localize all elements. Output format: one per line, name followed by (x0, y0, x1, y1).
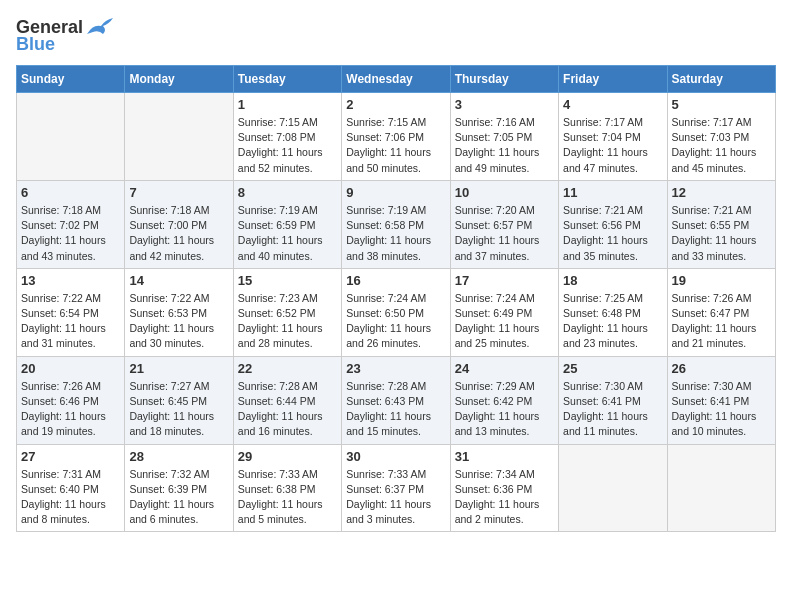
calendar-cell: 7Sunrise: 7:18 AMSunset: 7:00 PMDaylight… (125, 180, 233, 268)
calendar-cell: 24Sunrise: 7:29 AMSunset: 6:42 PMDayligh… (450, 356, 558, 444)
calendar-cell: 28Sunrise: 7:32 AMSunset: 6:39 PMDayligh… (125, 444, 233, 532)
logo-bird-icon (85, 16, 115, 38)
day-number: 23 (346, 361, 445, 376)
calendar-cell (667, 444, 775, 532)
day-info: Sunrise: 7:33 AMSunset: 6:37 PMDaylight:… (346, 467, 445, 528)
day-info: Sunrise: 7:30 AMSunset: 6:41 PMDaylight:… (563, 379, 662, 440)
day-number: 7 (129, 185, 228, 200)
calendar-week-row: 6Sunrise: 7:18 AMSunset: 7:02 PMDaylight… (17, 180, 776, 268)
calendar-cell: 20Sunrise: 7:26 AMSunset: 6:46 PMDayligh… (17, 356, 125, 444)
day-info: Sunrise: 7:19 AMSunset: 6:59 PMDaylight:… (238, 203, 337, 264)
day-number: 12 (672, 185, 771, 200)
calendar-cell: 27Sunrise: 7:31 AMSunset: 6:40 PMDayligh… (17, 444, 125, 532)
calendar-cell: 2Sunrise: 7:15 AMSunset: 7:06 PMDaylight… (342, 93, 450, 181)
column-header-tuesday: Tuesday (233, 66, 341, 93)
day-number: 9 (346, 185, 445, 200)
day-info: Sunrise: 7:19 AMSunset: 6:58 PMDaylight:… (346, 203, 445, 264)
logo: General Blue (16, 16, 115, 55)
day-number: 11 (563, 185, 662, 200)
day-number: 3 (455, 97, 554, 112)
column-header-wednesday: Wednesday (342, 66, 450, 93)
day-number: 14 (129, 273, 228, 288)
calendar-cell: 5Sunrise: 7:17 AMSunset: 7:03 PMDaylight… (667, 93, 775, 181)
calendar-cell: 14Sunrise: 7:22 AMSunset: 6:53 PMDayligh… (125, 268, 233, 356)
day-number: 4 (563, 97, 662, 112)
calendar-week-row: 1Sunrise: 7:15 AMSunset: 7:08 PMDaylight… (17, 93, 776, 181)
day-info: Sunrise: 7:34 AMSunset: 6:36 PMDaylight:… (455, 467, 554, 528)
calendar-week-row: 27Sunrise: 7:31 AMSunset: 6:40 PMDayligh… (17, 444, 776, 532)
calendar-cell: 4Sunrise: 7:17 AMSunset: 7:04 PMDaylight… (559, 93, 667, 181)
calendar-cell: 6Sunrise: 7:18 AMSunset: 7:02 PMDaylight… (17, 180, 125, 268)
calendar-cell (559, 444, 667, 532)
day-number: 26 (672, 361, 771, 376)
day-number: 1 (238, 97, 337, 112)
calendar-table: SundayMondayTuesdayWednesdayThursdayFrid… (16, 65, 776, 532)
day-number: 22 (238, 361, 337, 376)
day-info: Sunrise: 7:33 AMSunset: 6:38 PMDaylight:… (238, 467, 337, 528)
calendar-cell: 22Sunrise: 7:28 AMSunset: 6:44 PMDayligh… (233, 356, 341, 444)
day-number: 21 (129, 361, 228, 376)
logo-blue-text: Blue (16, 34, 55, 55)
calendar-cell: 29Sunrise: 7:33 AMSunset: 6:38 PMDayligh… (233, 444, 341, 532)
day-info: Sunrise: 7:21 AMSunset: 6:56 PMDaylight:… (563, 203, 662, 264)
day-info: Sunrise: 7:26 AMSunset: 6:47 PMDaylight:… (672, 291, 771, 352)
day-number: 16 (346, 273, 445, 288)
day-number: 19 (672, 273, 771, 288)
day-info: Sunrise: 7:24 AMSunset: 6:49 PMDaylight:… (455, 291, 554, 352)
day-info: Sunrise: 7:28 AMSunset: 6:43 PMDaylight:… (346, 379, 445, 440)
calendar-cell: 13Sunrise: 7:22 AMSunset: 6:54 PMDayligh… (17, 268, 125, 356)
calendar-cell: 25Sunrise: 7:30 AMSunset: 6:41 PMDayligh… (559, 356, 667, 444)
day-number: 28 (129, 449, 228, 464)
day-info: Sunrise: 7:29 AMSunset: 6:42 PMDaylight:… (455, 379, 554, 440)
day-number: 25 (563, 361, 662, 376)
day-info: Sunrise: 7:26 AMSunset: 6:46 PMDaylight:… (21, 379, 120, 440)
column-header-thursday: Thursday (450, 66, 558, 93)
day-info: Sunrise: 7:15 AMSunset: 7:06 PMDaylight:… (346, 115, 445, 176)
calendar-cell: 15Sunrise: 7:23 AMSunset: 6:52 PMDayligh… (233, 268, 341, 356)
day-info: Sunrise: 7:22 AMSunset: 6:53 PMDaylight:… (129, 291, 228, 352)
calendar-cell: 18Sunrise: 7:25 AMSunset: 6:48 PMDayligh… (559, 268, 667, 356)
calendar-cell: 1Sunrise: 7:15 AMSunset: 7:08 PMDaylight… (233, 93, 341, 181)
day-number: 18 (563, 273, 662, 288)
day-info: Sunrise: 7:31 AMSunset: 6:40 PMDaylight:… (21, 467, 120, 528)
day-info: Sunrise: 7:22 AMSunset: 6:54 PMDaylight:… (21, 291, 120, 352)
calendar-cell: 9Sunrise: 7:19 AMSunset: 6:58 PMDaylight… (342, 180, 450, 268)
day-number: 13 (21, 273, 120, 288)
page-header: General Blue (16, 16, 776, 55)
calendar-cell: 11Sunrise: 7:21 AMSunset: 6:56 PMDayligh… (559, 180, 667, 268)
calendar-week-row: 13Sunrise: 7:22 AMSunset: 6:54 PMDayligh… (17, 268, 776, 356)
day-number: 27 (21, 449, 120, 464)
calendar-cell: 30Sunrise: 7:33 AMSunset: 6:37 PMDayligh… (342, 444, 450, 532)
day-info: Sunrise: 7:20 AMSunset: 6:57 PMDaylight:… (455, 203, 554, 264)
day-info: Sunrise: 7:25 AMSunset: 6:48 PMDaylight:… (563, 291, 662, 352)
calendar-cell (125, 93, 233, 181)
day-number: 5 (672, 97, 771, 112)
day-info: Sunrise: 7:28 AMSunset: 6:44 PMDaylight:… (238, 379, 337, 440)
day-info: Sunrise: 7:18 AMSunset: 7:00 PMDaylight:… (129, 203, 228, 264)
day-number: 17 (455, 273, 554, 288)
calendar-cell: 12Sunrise: 7:21 AMSunset: 6:55 PMDayligh… (667, 180, 775, 268)
column-header-friday: Friday (559, 66, 667, 93)
day-number: 29 (238, 449, 337, 464)
calendar-week-row: 20Sunrise: 7:26 AMSunset: 6:46 PMDayligh… (17, 356, 776, 444)
day-number: 15 (238, 273, 337, 288)
day-info: Sunrise: 7:21 AMSunset: 6:55 PMDaylight:… (672, 203, 771, 264)
calendar-cell: 19Sunrise: 7:26 AMSunset: 6:47 PMDayligh… (667, 268, 775, 356)
calendar-cell: 8Sunrise: 7:19 AMSunset: 6:59 PMDaylight… (233, 180, 341, 268)
day-info: Sunrise: 7:17 AMSunset: 7:04 PMDaylight:… (563, 115, 662, 176)
day-info: Sunrise: 7:24 AMSunset: 6:50 PMDaylight:… (346, 291, 445, 352)
calendar-cell: 10Sunrise: 7:20 AMSunset: 6:57 PMDayligh… (450, 180, 558, 268)
day-number: 24 (455, 361, 554, 376)
day-number: 6 (21, 185, 120, 200)
calendar-cell: 3Sunrise: 7:16 AMSunset: 7:05 PMDaylight… (450, 93, 558, 181)
day-info: Sunrise: 7:30 AMSunset: 6:41 PMDaylight:… (672, 379, 771, 440)
day-info: Sunrise: 7:32 AMSunset: 6:39 PMDaylight:… (129, 467, 228, 528)
calendar-cell: 23Sunrise: 7:28 AMSunset: 6:43 PMDayligh… (342, 356, 450, 444)
day-number: 8 (238, 185, 337, 200)
calendar-header-row: SundayMondayTuesdayWednesdayThursdayFrid… (17, 66, 776, 93)
calendar-cell: 31Sunrise: 7:34 AMSunset: 6:36 PMDayligh… (450, 444, 558, 532)
column-header-saturday: Saturday (667, 66, 775, 93)
calendar-cell: 21Sunrise: 7:27 AMSunset: 6:45 PMDayligh… (125, 356, 233, 444)
day-number: 30 (346, 449, 445, 464)
day-info: Sunrise: 7:27 AMSunset: 6:45 PMDaylight:… (129, 379, 228, 440)
